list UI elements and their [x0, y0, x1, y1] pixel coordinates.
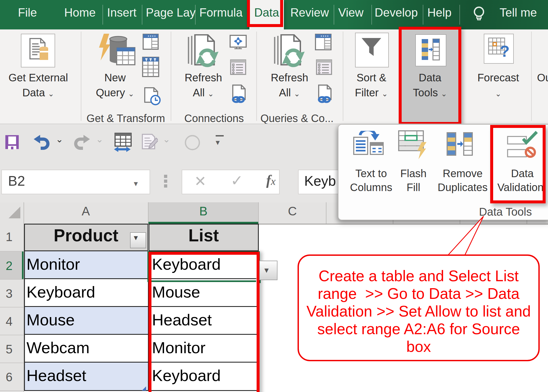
- svg-text:?: ?: [500, 42, 509, 59]
